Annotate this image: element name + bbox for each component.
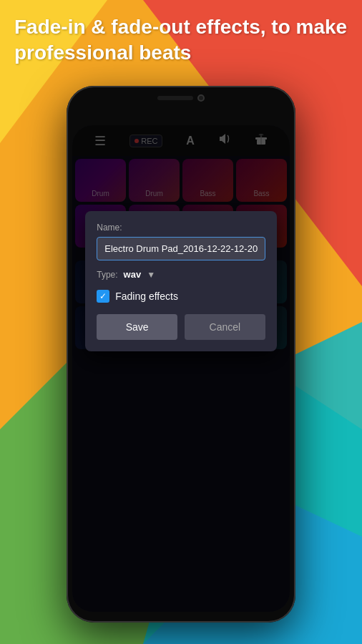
dialog-buttons: Save Cancel — [97, 314, 265, 340]
save-button[interactable]: Save — [97, 314, 177, 340]
page-title: Fade-in & fade-out effects, to make prof… — [14, 14, 348, 67]
fading-label: Fading effects — [115, 291, 178, 302]
type-arrow-icon[interactable]: ▼ — [147, 270, 155, 280]
screen-content: ☰ REC A — [72, 125, 290, 612]
phone-device: ☰ REC A — [67, 86, 295, 623]
type-value: wav — [124, 269, 142, 280]
speaker-grill — [157, 96, 193, 100]
type-row: Type: wav ▼ — [97, 269, 265, 280]
fading-effects-row[interactable]: ✓ Fading effects — [97, 290, 265, 303]
type-label: Type: — [97, 270, 117, 280]
fading-checkbox[interactable]: ✓ — [97, 290, 109, 303]
name-input[interactable] — [97, 237, 265, 260]
name-label: Name: — [97, 223, 265, 233]
phone-top-bar — [157, 94, 205, 102]
cancel-button[interactable]: Cancel — [185, 314, 265, 340]
checkmark-icon: ✓ — [99, 292, 107, 301]
modal-overlay: Name: Type: wav ▼ ✓ — [72, 125, 290, 612]
save-dialog: Name: Type: wav ▼ ✓ — [85, 211, 277, 351]
phone-screen: ☰ REC A — [72, 125, 290, 612]
front-camera — [197, 94, 205, 102]
